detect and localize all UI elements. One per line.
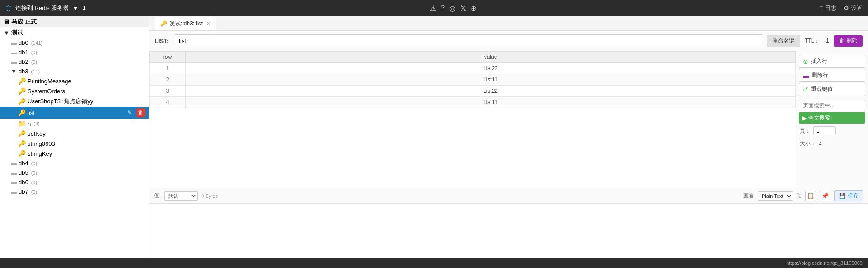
paste-button[interactable]: 📌: [820, 191, 830, 201]
key-icon-list: 🔑: [18, 109, 26, 116]
row-number: 2: [150, 74, 186, 86]
server-icon: 🖥: [4, 19, 9, 25]
sidebar-item-list[interactable]: 🔑 list ✎ 🗑: [0, 107, 149, 119]
insert-label: 插入行: [811, 57, 827, 65]
sidebar-item-printingmessage[interactable]: 🔑 PrintingMessage: [0, 76, 149, 86]
key-name-input[interactable]: [175, 34, 762, 47]
key-type-label: LIST:: [155, 38, 169, 44]
copy-icon: 📋: [807, 192, 814, 199]
main-area: 🖥 马成 正式 ▼ 测试 ▬ db0 (141) ▬ db1 (0) ▬ db2…: [0, 16, 868, 258]
right-panel: ⊕ 插入行 ▬ 删除行 ↺ 重载键值 ▶ 全文搜索 页：: [796, 51, 868, 188]
delete-row-icon: ▬: [803, 72, 809, 79]
table-right-container: row value 1List222List113List224List11 ⊕…: [149, 51, 868, 188]
sidebar-item-db5[interactable]: ▬ db5 (0): [0, 168, 149, 177]
sidebar-item-db4[interactable]: ▬ db4 (0): [0, 158, 149, 168]
content-area: 🔑 测试::db3::list ✕ LIST: 重命名键 TTL： -1 🗑 删…: [149, 16, 868, 258]
table-row[interactable]: 1List22: [150, 63, 796, 74]
status-text: https://blog.csdn.net/qq_31105069: [786, 260, 863, 266]
page-input[interactable]: [813, 126, 836, 135]
sidebar-item-setkey[interactable]: 🔑 setKey: [0, 129, 149, 139]
size-value: 4: [819, 141, 822, 147]
sidebar-item-usershopt3[interactable]: 🔑 UserShopT3 :焦点店铺yy: [0, 96, 149, 107]
redis-icon: ⬡: [5, 4, 12, 13]
circle-icon[interactable]: ◎: [449, 4, 456, 13]
page-search-input[interactable]: [799, 100, 865, 111]
db0-icon: ▬: [11, 39, 17, 46]
row-value: List11: [186, 97, 796, 108]
top-bar-icon-2[interactable]: ⬇: [82, 5, 87, 12]
sidebar-item-systemorders[interactable]: 🔑 SystemOrders: [0, 86, 149, 96]
sidebar-group-test[interactable]: ▼ 测试: [0, 27, 149, 38]
table-row[interactable]: 2List11: [150, 74, 796, 86]
delete-key-button[interactable]: 🗑 删除: [834, 35, 863, 47]
usershopt3-label: UserShopT3 :焦点店铺yy: [28, 97, 93, 105]
tab-list[interactable]: 🔑 测试::db3::list ✕: [155, 17, 216, 30]
server-label: 马成 正式: [11, 18, 37, 26]
list-actions: ✎ 🗑: [125, 108, 145, 117]
sidebar-item-db0[interactable]: ▬ db0 (141): [0, 38, 149, 48]
sidebar-item-db7[interactable]: ▬ db7 (0): [0, 187, 149, 196]
list-delete-button[interactable]: 🗑: [136, 108, 145, 117]
help-icon[interactable]: ?: [441, 4, 445, 12]
chevron-up-down-icon: ⇅: [797, 192, 802, 199]
db1-label: db1: [19, 49, 28, 56]
row-number: 3: [150, 86, 186, 97]
sidebar-item-db2[interactable]: ▬ db2 (0): [0, 57, 149, 67]
size-row: 大小： 4: [799, 138, 865, 149]
size-label: 大小：: [800, 140, 816, 148]
twitter-icon[interactable]: 𝕏: [460, 4, 466, 13]
value-editor[interactable]: [149, 204, 868, 258]
delete-row-button[interactable]: ▬ 删除行: [799, 69, 865, 82]
folder-icon-n: 📁: [18, 120, 26, 127]
save-label: 保存: [848, 192, 859, 200]
sidebar-item-string0603[interactable]: 🔑 string0603: [0, 139, 149, 148]
sidebar-server[interactable]: 🖥 马成 正式: [0, 16, 149, 27]
log-button[interactable]: □ 日志: [820, 4, 836, 12]
table-row[interactable]: 4List11: [150, 97, 796, 108]
tab-close-button[interactable]: ✕: [206, 21, 210, 27]
insert-row-button[interactable]: ⊕ 插入行: [799, 55, 865, 68]
row-value: List22: [186, 63, 796, 74]
warn-icon[interactable]: ⚠: [430, 4, 436, 13]
save-button[interactable]: 💾 保存: [834, 190, 863, 201]
sort-select[interactable]: 器素排序 默认: [164, 191, 198, 201]
reload-key-button[interactable]: ↺ 重载键值: [799, 83, 865, 96]
top-bar-icon-1[interactable]: ▼: [72, 5, 78, 12]
table-row[interactable]: 3List22: [150, 86, 796, 97]
top-bar-title: 连接到 Redis 服务器: [15, 4, 69, 12]
list-edit-button[interactable]: ✎: [125, 108, 134, 117]
db7-icon: ▬: [11, 188, 17, 195]
rename-key-button[interactable]: 重命名键: [767, 35, 800, 47]
db3-expand-icon: ▼: [11, 68, 17, 75]
sidebar-item-n-folder[interactable]: 📁 n (4): [0, 119, 149, 129]
top-bar-center-icons: ⚠ ? ◎ 𝕏 ⊕: [430, 4, 476, 13]
data-table: row value 1List222List113List224List11: [149, 51, 796, 108]
reload-icon: ↺: [803, 86, 808, 93]
fulltext-label: 全文搜索: [808, 114, 830, 122]
paste-icon: 📌: [821, 192, 829, 199]
db6-count: (0): [31, 180, 37, 185]
fulltext-search-button[interactable]: ▶ 全文搜索: [799, 112, 865, 124]
page-label: 页：: [800, 127, 811, 135]
top-bar-right: □ 日志 ⚙ 设置: [820, 4, 863, 12]
globe-icon[interactable]: ⊕: [471, 4, 476, 13]
tab-key-icon: 🔑: [160, 20, 167, 27]
key-icon-printing: 🔑: [18, 77, 26, 85]
systemorders-label: SystemOrders: [28, 88, 65, 95]
row-value: List11: [186, 74, 796, 86]
col-value-header: value: [186, 52, 796, 63]
db3-count: (11): [31, 69, 40, 74]
sidebar-item-db3[interactable]: ▼ db3 (11): [0, 67, 149, 76]
sidebar: 🖥 马成 正式 ▼ 测试 ▬ db0 (141) ▬ db1 (0) ▬ db2…: [0, 16, 149, 258]
key-icon-stringkey: 🔑: [18, 150, 26, 157]
copy-button[interactable]: 📋: [805, 191, 816, 201]
settings-button[interactable]: ⚙ 设置: [844, 4, 863, 12]
db7-count: (0): [31, 189, 37, 195]
sidebar-item-db6[interactable]: ▬ db6 (0): [0, 177, 149, 187]
view-type-select[interactable]: Plain Text JSON Hex: [758, 191, 793, 201]
delete-icon: 🗑: [839, 38, 844, 44]
sidebar-item-stringkey[interactable]: 🔑 stringKey: [0, 148, 149, 158]
db4-icon: ▬: [11, 160, 17, 167]
stringkey-label: stringKey: [28, 150, 52, 157]
sidebar-item-db1[interactable]: ▬ db1 (0): [0, 48, 149, 57]
